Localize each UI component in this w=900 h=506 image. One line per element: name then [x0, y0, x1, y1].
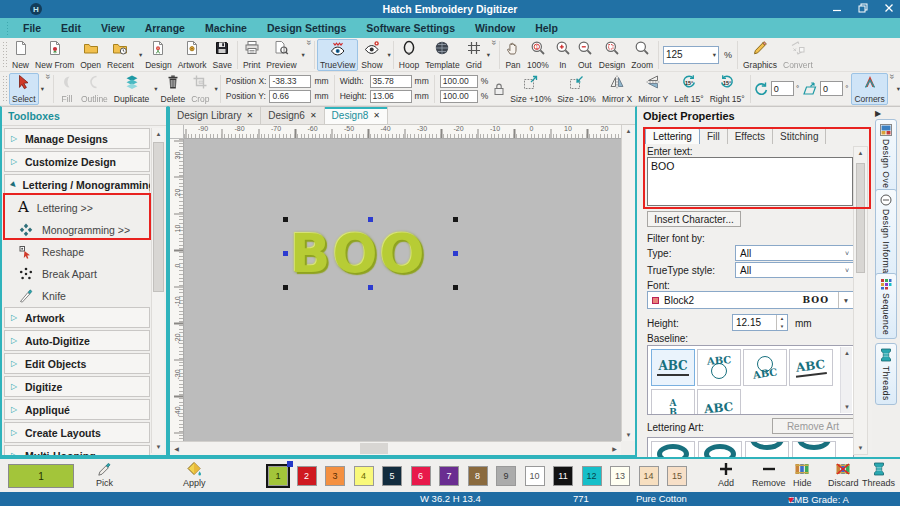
crop-button[interactable]: Crop — [188, 73, 212, 105]
preview-button[interactable]: Preview — [263, 39, 299, 71]
lettering-art-option[interactable] — [698, 441, 742, 458]
corner-handle[interactable] — [453, 285, 458, 290]
spin-down-icon[interactable]: ▼ — [777, 323, 787, 331]
mid-handle[interactable] — [368, 217, 373, 222]
toolbox-section-create-layouts[interactable]: ▷Create Layouts — [4, 422, 150, 443]
baseline-option-straight[interactable]: ABC — [651, 349, 695, 386]
mid-handle[interactable] — [368, 285, 373, 290]
position-x-input[interactable]: -38.33 — [269, 75, 311, 88]
new-from-button[interactable]: New From — [32, 39, 77, 71]
font-dropdown-icon[interactable]: ▼ — [838, 292, 853, 308]
scale-x-input[interactable]: 100.00 — [440, 75, 478, 88]
crop-dropdown[interactable]: ▾ — [215, 85, 218, 93]
zoom-level-combo[interactable]: 125▾ — [663, 46, 719, 64]
tab-design6[interactable]: Design6✕ — [261, 107, 324, 124]
canvas-vscrollbar[interactable]: ▲ ▼ — [621, 125, 635, 441]
truetype-style-select[interactable]: All˅ — [735, 262, 854, 278]
toolbox-section-artwork[interactable]: ▷Artwork — [4, 307, 150, 328]
show-button[interactable]: Show — [358, 39, 385, 71]
toolbar-overflow-icon[interactable]: » — [489, 39, 498, 44]
corner-handle[interactable] — [453, 217, 458, 222]
discard-button[interactable]: Discard — [828, 461, 859, 488]
new-button[interactable]: New — [9, 39, 32, 71]
mid-handle[interactable] — [283, 251, 288, 256]
toolbox-section-manage-designs[interactable]: ▷Manage Designs — [4, 128, 150, 149]
height-input[interactable]: 13.06 — [370, 90, 412, 103]
corner-handle[interactable] — [283, 285, 288, 290]
font-select[interactable]: Block2 BOO ▼ — [647, 291, 854, 309]
toolbar-overflow-icon[interactable]: » — [304, 39, 313, 44]
threads-button[interactable]: Threads — [862, 461, 895, 488]
color-swatch-14[interactable]: 14 — [639, 466, 659, 486]
menu-software-settings[interactable]: Software Settings — [357, 20, 464, 36]
tab-sequence[interactable]: Sequence — [875, 273, 897, 339]
menu-edit[interactable]: Edit — [52, 20, 90, 36]
scroll-down-icon[interactable]: ▼ — [841, 401, 853, 413]
100-button[interactable]: 1100% — [524, 39, 552, 71]
tab-design-library[interactable]: Design Library✕ — [170, 107, 261, 124]
type-select[interactable]: All˅ — [735, 245, 854, 261]
color-swatch-5[interactable]: 5 — [382, 466, 402, 486]
baseline-option-circle-over-arc[interactable]: ABC — [743, 349, 787, 386]
panel-scrollbar[interactable]: ▲ ▼ — [853, 146, 868, 455]
preview-dropdown[interactable]: ▾ — [302, 51, 305, 59]
color-swatch-7[interactable]: 7 — [439, 466, 459, 486]
spin-up-icon[interactable]: ▲ — [777, 315, 787, 323]
close-button[interactable] — [884, 3, 894, 15]
design-button[interactable]: Design — [596, 39, 628, 71]
tool-lettering[interactable]: ALettering >> — [4, 197, 150, 218]
convert-button[interactable]: Convert — [780, 39, 816, 71]
artwork-button[interactable]: Artwork — [175, 39, 210, 71]
tool-monogramming[interactable]: Monogramming >> — [4, 219, 150, 240]
tool-knife[interactable]: Knife — [4, 285, 150, 306]
mirror-x-button[interactable]: Mirror X — [599, 73, 635, 105]
menu-machine[interactable]: Machine — [196, 20, 256, 36]
add-button[interactable]: Add — [718, 461, 734, 488]
scroll-up-icon[interactable]: ▲ — [622, 125, 635, 137]
show-dropdown[interactable]: ▾ — [388, 51, 391, 59]
menu-arrange[interactable]: Arrange — [136, 20, 194, 36]
size-10-button[interactable]: Size -10% — [554, 73, 599, 105]
rotate-input[interactable]: 0 — [771, 81, 794, 96]
tab-stitching[interactable]: Stitching — [773, 129, 826, 144]
baseline-scrollbar[interactable]: ▲ ▼ — [840, 347, 852, 413]
right-15-button[interactable]: 15°Right 15° — [707, 73, 748, 105]
baseline-option-arched[interactable]: ABC — [697, 389, 741, 415]
remove-button[interactable]: Remove — [752, 461, 786, 488]
pick-color-button[interactable]: Pick — [96, 461, 113, 488]
close-icon[interactable]: ✕ — [310, 111, 317, 120]
tool-break-apart[interactable]: Break Apart — [4, 263, 150, 284]
graphics-button[interactable]: Graphics — [740, 39, 780, 71]
close-icon[interactable]: ✕ — [373, 111, 380, 120]
color-swatch-8[interactable]: 8 — [468, 466, 488, 486]
template-button[interactable]: Template — [422, 39, 463, 71]
skew-input[interactable]: 0 — [820, 81, 843, 96]
recent-button[interactable]: Recent — [104, 39, 137, 71]
duplicate-button[interactable]: Duplicate — [111, 73, 152, 105]
save-button[interactable]: Save — [210, 39, 235, 71]
grid-button[interactable]: Grid — [463, 39, 485, 71]
tab-lettering[interactable]: Lettering — [645, 128, 700, 144]
toolbox-section-auto-digitize[interactable]: ▷Auto-Digitize — [4, 330, 150, 351]
menu-view[interactable]: View — [92, 20, 134, 36]
toolbox-section-customize-design[interactable]: ▷Customize Design — [4, 151, 150, 172]
scroll-down-icon[interactable]: ▼ — [854, 442, 867, 454]
toolbar-overflow-icon[interactable]: » — [43, 74, 52, 79]
tab-effects[interactable]: Effects — [728, 129, 773, 144]
toolbox-section-digitize[interactable]: ▷Digitize — [4, 376, 150, 397]
position-y-input[interactable]: 0.66 — [269, 90, 311, 103]
zoom-button[interactable]: Zoom — [628, 39, 656, 71]
tool-reshape[interactable]: Reshape — [4, 241, 150, 262]
color-swatch-6[interactable]: 6 — [411, 466, 431, 486]
fill-button[interactable]: Fill — [56, 73, 78, 105]
proportional-lock-icon[interactable] — [491, 81, 507, 97]
canvas-viewport[interactable]: BOO — [184, 139, 621, 441]
menu-design-settings[interactable]: Design Settings — [258, 20, 355, 36]
left-15-button[interactable]: 15°Left 15° — [671, 73, 706, 105]
color-swatch-9[interactable]: 9 — [496, 466, 516, 486]
color-swatch-12[interactable]: 12 — [582, 466, 602, 486]
print-button[interactable]: Print — [240, 39, 263, 71]
menu-file[interactable]: File — [14, 20, 50, 36]
delete-button[interactable]: Delete — [158, 73, 189, 105]
baseline-option-slanted[interactable]: ABC — [789, 349, 833, 386]
